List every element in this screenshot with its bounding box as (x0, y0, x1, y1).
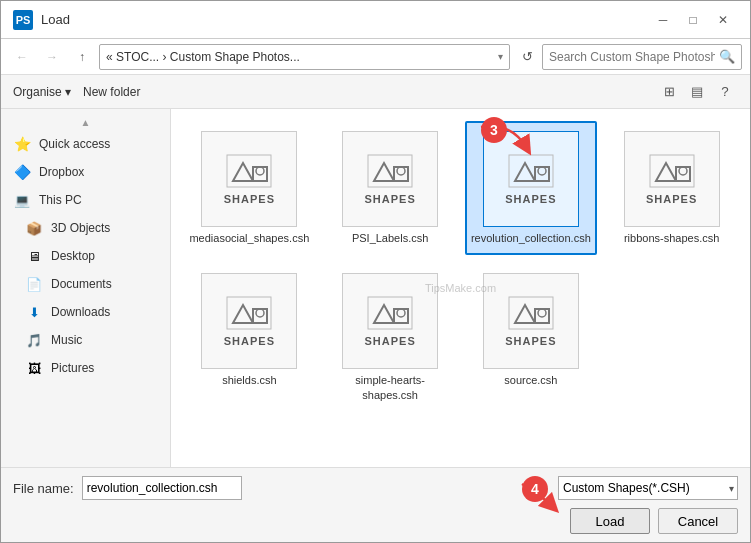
organise-button[interactable]: Organise ▾ (13, 85, 71, 99)
filetype-select[interactable]: Custom Shapes(*.CSH) (558, 476, 738, 500)
file-thumbnail-7: SHAPES (483, 273, 579, 369)
svg-rect-6 (394, 167, 408, 181)
file-item-2[interactable]: SHAPES PSI_Labels.csh (324, 121, 457, 255)
sidebar-item-desktop[interactable]: 🖥 Desktop (1, 242, 170, 270)
documents-icon: 📄 (25, 275, 43, 293)
sidebar-item-3d-objects[interactable]: 📦 3D Objects (1, 214, 170, 242)
filename-label: File name: (13, 481, 74, 496)
filename-input[interactable] (82, 476, 242, 500)
minimize-button[interactable]: ─ (648, 9, 678, 31)
up-button[interactable]: ↑ (69, 44, 95, 70)
sidebar-item-music[interactable]: 🎵 Music (1, 326, 170, 354)
search-icon: 🔍 (719, 49, 735, 64)
dialog-window: PS Load ─ □ ✕ ← → ↑ « STOC... › Custom S… (0, 0, 751, 543)
sidebar-label-downloads: Downloads (51, 305, 110, 319)
file-name-1: mediasocial_shapes.csh (189, 231, 309, 245)
sidebar-item-downloads[interactable]: ⬇ Downloads (1, 298, 170, 326)
desktop-icon: 🖥 (25, 247, 43, 265)
shapes-text-1: SHAPES (224, 193, 275, 205)
file-item-1[interactable]: SHAPES mediasocial_shapes.csh (183, 121, 316, 255)
shapes-text-4: SHAPES (646, 193, 697, 205)
close-button[interactable]: ✕ (708, 9, 738, 31)
new-folder-button[interactable]: New folder (83, 85, 140, 99)
sidebar-label-pictures: Pictures (51, 361, 94, 375)
address-path: « STOC... › Custom Shape Photos... (106, 50, 494, 64)
shapes-svg-5 (225, 295, 273, 331)
file-item-6[interactable]: SHAPES simple-hearts-shapes.csh (324, 263, 457, 412)
search-input[interactable] (549, 50, 715, 64)
title-bar-controls: ─ □ ✕ (648, 9, 738, 31)
view-grid-button[interactable]: ⊞ (656, 80, 682, 104)
filename-row: File name: Custom Shapes(*.CSH) (13, 476, 738, 500)
file-name-6: simple-hearts-shapes.csh (330, 373, 450, 402)
svg-point-19 (256, 309, 264, 317)
view-list-button[interactable]: ▤ (684, 80, 710, 104)
back-button[interactable]: ← (9, 44, 35, 70)
action-bar: Organise ▾ New folder ⊞ ▤ ? (1, 75, 750, 109)
help-button[interactable]: ? (712, 80, 738, 104)
downloads-icon: ⬇ (25, 303, 43, 321)
file-name-3: revolution_collection.csh (471, 231, 591, 245)
forward-button[interactable]: → (39, 44, 65, 70)
shapes-text-2: SHAPES (365, 193, 416, 205)
svg-marker-25 (515, 305, 535, 323)
svg-marker-13 (656, 163, 676, 181)
address-bar[interactable]: « STOC... › Custom Shape Photos... ▾ (99, 44, 510, 70)
file-name-7: source.csh (504, 373, 557, 387)
shapes-svg-1 (225, 153, 273, 189)
svg-point-15 (679, 167, 687, 175)
sidebar: ▲ ⭐ Quick access 🔷 Dropbox 💻 This PC 📦 3… (1, 109, 171, 467)
main-area: ▲ ⭐ Quick access 🔷 Dropbox 💻 This PC 📦 3… (1, 109, 750, 467)
shapes-text-5: SHAPES (224, 335, 275, 347)
svg-rect-18 (253, 309, 267, 323)
shapes-svg-6 (366, 295, 414, 331)
buttons-row: 4 Load Cancel (13, 508, 738, 534)
file-name-5: shields.csh (222, 373, 276, 387)
filetype-select-wrapper: Custom Shapes(*.CSH) (558, 476, 738, 500)
app-icon: PS (13, 10, 33, 30)
sidebar-item-quick-access[interactable]: ⭐ Quick access (1, 130, 170, 158)
svg-point-11 (538, 167, 546, 175)
file-item-3[interactable]: SHAPES revolution_collection.csh (465, 121, 598, 255)
files-grid: SHAPES mediasocial_shapes.csh (179, 117, 742, 416)
file-thumbnail-3: SHAPES (483, 131, 579, 227)
content-area: TipsMake.com 3 (171, 109, 750, 467)
file-item-7[interactable]: SHAPES source.csh (465, 263, 598, 412)
dropbox-icon: 🔷 (13, 163, 31, 181)
sidebar-label-this-pc: This PC (39, 193, 82, 207)
shapes-text-7: SHAPES (505, 335, 556, 347)
svg-rect-14 (676, 167, 690, 181)
load-button[interactable]: Load (570, 508, 650, 534)
shapes-svg-7 (507, 295, 555, 331)
toolbar: ← → ↑ « STOC... › Custom Shape Photos...… (1, 39, 750, 75)
sidebar-item-dropbox[interactable]: 🔷 Dropbox (1, 158, 170, 186)
pictures-icon: 🖼 (25, 359, 43, 377)
svg-marker-5 (374, 163, 394, 181)
refresh-button[interactable]: ↺ (516, 46, 538, 68)
svg-point-7 (397, 167, 405, 175)
svg-rect-2 (253, 167, 267, 181)
maximize-button[interactable]: □ (678, 9, 708, 31)
cancel-button[interactable]: Cancel (658, 508, 738, 534)
search-bar: 🔍 (542, 44, 742, 70)
computer-icon: 💻 (13, 191, 31, 209)
title-bar-left: PS Load (13, 10, 70, 30)
shapes-svg-2 (366, 153, 414, 189)
file-item-5[interactable]: SHAPES shields.csh (183, 263, 316, 412)
shapes-text-6: SHAPES (365, 335, 416, 347)
sidebar-item-this-pc[interactable]: 💻 This PC (1, 186, 170, 214)
file-name-4: ribbons-shapes.csh (624, 231, 719, 245)
svg-point-27 (538, 309, 546, 317)
file-name-2: PSI_Labels.csh (352, 231, 428, 245)
sidebar-item-documents[interactable]: 📄 Documents (1, 270, 170, 298)
svg-marker-17 (233, 305, 253, 323)
3d-objects-icon: 📦 (25, 219, 43, 237)
file-item-4[interactable]: SHAPES ribbons-shapes.csh (605, 121, 738, 255)
address-chevron-icon: ▾ (498, 51, 503, 62)
svg-marker-21 (374, 305, 394, 323)
sidebar-item-pictures[interactable]: 🖼 Pictures (1, 354, 170, 382)
sidebar-scroll-up[interactable]: ▲ (1, 115, 170, 130)
svg-rect-10 (535, 167, 549, 181)
shapes-svg-4 (648, 153, 696, 189)
svg-point-23 (397, 309, 405, 317)
